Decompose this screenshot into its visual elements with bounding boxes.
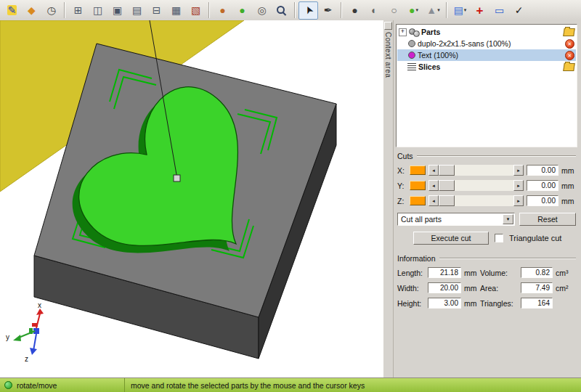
axis-y-label: y xyxy=(6,333,9,341)
ruler-icon: ▭ xyxy=(495,5,504,15)
slider-left-arrow-icon[interactable]: ◂ xyxy=(428,180,439,191)
chevron-down-icon[interactable]: ▾ xyxy=(503,214,513,224)
parts-tree[interactable]: Parts duplo-2x2x1.5-sans (100%) Text (10… xyxy=(396,24,577,147)
remove-part-icon[interactable] xyxy=(565,51,574,60)
slices-icon xyxy=(407,63,416,70)
zoom-icon xyxy=(277,6,286,15)
tree-row-slices[interactable]: Slices xyxy=(397,61,576,73)
height-unit: mm xyxy=(464,299,477,308)
pen-tool-button[interactable]: ✒ xyxy=(318,1,338,20)
triangles-label: Triangles: xyxy=(480,299,518,308)
folder-icon[interactable] xyxy=(563,63,575,71)
render-solid-button[interactable]: ● xyxy=(213,1,232,20)
z-value-field[interactable]: 0.00 xyxy=(527,195,558,206)
status-mode-label: rotate/move xyxy=(17,381,57,390)
y-cut-slider[interactable]: ◂ ▸ xyxy=(428,180,524,191)
x-color-swatch[interactable] xyxy=(410,166,426,175)
info-row-3: Height: 3.00 mm Triangles: 164 xyxy=(397,298,576,309)
x-value-field[interactable]: 0.00 xyxy=(527,165,558,176)
window-layout-3-button[interactable]: ▣ xyxy=(107,1,127,20)
toolbar-separator xyxy=(208,2,210,18)
info-row-2: Width: 20.00 mm Area: 7.49 cm² xyxy=(397,282,576,293)
y-axis-label: Y: xyxy=(397,181,407,190)
folder-icon[interactable] xyxy=(563,28,575,36)
view-half-sphere-button[interactable]: ◐ xyxy=(365,1,384,20)
cut-x-row: X: ◂ ▸ 0.00 mm xyxy=(397,165,576,176)
window-layout-6-icon: ▦ xyxy=(171,5,181,15)
slider-thumb[interactable] xyxy=(439,180,455,191)
information-group-title: Information xyxy=(397,254,576,263)
context-area-tab[interactable]: Context area xyxy=(383,20,394,377)
x-cut-slider[interactable]: ◂ ▸ xyxy=(428,165,524,176)
slider-right-arrow-icon[interactable]: ▸ xyxy=(513,195,524,206)
slider-left-arrow-icon[interactable]: ◂ xyxy=(428,195,439,206)
select-tool-button[interactable]: ➤ xyxy=(298,1,318,20)
tree-row-part[interactable]: duplo-2x2x1.5-sans (100%) xyxy=(397,38,576,49)
y-color-swatch[interactable] xyxy=(410,181,426,190)
cuts-title-label: Cuts xyxy=(397,152,413,160)
window-layout-5-button[interactable]: ⊟ xyxy=(147,1,166,20)
repair-part-button[interactable]: ● ▾ xyxy=(404,1,423,20)
notes-button[interactable]: ▤ ▾ xyxy=(450,1,470,20)
tree-row-parts[interactable]: Parts xyxy=(397,26,576,38)
slider-thumb[interactable] xyxy=(439,195,455,206)
application-window: ✎ ◆ ◷ ⊞ ◫ ▣ ▤ ⊟ ▦ ▧ ● ● ◎ xyxy=(0,0,581,392)
cuts-group-title: Cuts xyxy=(397,152,576,160)
render-color-button[interactable]: ● xyxy=(232,1,252,20)
status-bar: rotate/move move and rotate the selected… xyxy=(0,377,581,392)
window-layout-1-button[interactable]: ⊞ xyxy=(68,1,88,20)
apply-button[interactable]: ✓ xyxy=(509,1,529,20)
open-project-icon: ◆ xyxy=(28,5,36,15)
y-unit-label: mm xyxy=(561,181,576,190)
y-value-field[interactable]: 0.00 xyxy=(527,180,558,191)
length-value: 21.18 xyxy=(428,267,461,278)
triangulate-checkbox[interactable] xyxy=(495,234,503,242)
reset-button[interactable]: Reset xyxy=(519,213,576,226)
axis-x-label: x xyxy=(38,301,41,309)
zoom-button[interactable] xyxy=(272,1,291,20)
3d-viewport[interactable]: x y z xyxy=(0,20,383,377)
window-layout-6-button[interactable]: ▦ xyxy=(166,1,186,20)
window-layout-7-button[interactable]: ▧ xyxy=(186,1,206,20)
remove-part-icon[interactable] xyxy=(565,39,574,49)
tree-row-part-selected[interactable]: Text (100%) xyxy=(397,49,576,61)
expander-icon[interactable] xyxy=(399,28,407,36)
window-layout-7-icon: ▧ xyxy=(191,5,200,15)
z-cut-slider[interactable]: ◂ ▸ xyxy=(428,195,524,206)
drag-handle[interactable] xyxy=(174,175,180,181)
execute-row: Execute cut Triangulate cut xyxy=(397,232,576,245)
pen-tool-icon: ✒ xyxy=(324,5,333,15)
view-dark-sphere-button[interactable]: ● xyxy=(345,1,365,20)
collapse-panel-icon[interactable] xyxy=(384,22,392,30)
volume-value: 0.82 xyxy=(521,267,553,278)
slider-left-arrow-icon[interactable]: ◂ xyxy=(428,165,439,176)
status-green-dot-icon xyxy=(4,381,12,389)
scene-canvas[interactable]: x y z xyxy=(0,20,383,377)
window-layout-3-icon: ▣ xyxy=(113,5,122,15)
slider-thumb[interactable] xyxy=(439,165,455,176)
main-toolbar: ✎ ◆ ◷ ⊞ ◫ ▣ ▤ ⊟ ▦ ▧ ● ● ◎ xyxy=(0,0,581,21)
slider-right-arrow-icon[interactable]: ▸ xyxy=(513,165,524,176)
measure-tool-button[interactable]: ▲ ▾ xyxy=(423,1,443,20)
view-wire-sphere-button[interactable]: ○ xyxy=(384,1,404,20)
measure-tool-icon: ▲ xyxy=(426,5,436,15)
window-layout-4-button[interactable]: ▤ xyxy=(127,1,147,20)
cut-mode-select[interactable]: Cut all parts ▾ xyxy=(397,213,515,226)
chevron-down-icon: ▾ xyxy=(464,7,467,13)
toolbar-separator xyxy=(341,2,342,18)
open-project-button[interactable]: ◆ xyxy=(22,1,41,20)
area-label: Area: xyxy=(480,284,518,293)
new-project-button[interactable]: ✎ xyxy=(2,1,22,20)
window-layout-2-icon: ◫ xyxy=(93,5,102,15)
height-value: 3.00 xyxy=(428,298,461,309)
ruler-button[interactable]: ▭ xyxy=(489,1,509,20)
render-box-button[interactable]: ◎ xyxy=(252,1,272,20)
recent-projects-button[interactable]: ◷ xyxy=(41,1,61,20)
area-unit: cm² xyxy=(556,284,570,293)
window-layout-2-button[interactable]: ◫ xyxy=(88,1,107,20)
slider-right-arrow-icon[interactable]: ▸ xyxy=(513,180,524,191)
add-part-button[interactable]: + xyxy=(470,1,489,20)
execute-cut-button[interactable]: Execute cut xyxy=(413,232,489,245)
new-project-icon: ✎ xyxy=(7,5,17,15)
z-color-swatch[interactable] xyxy=(410,196,426,205)
